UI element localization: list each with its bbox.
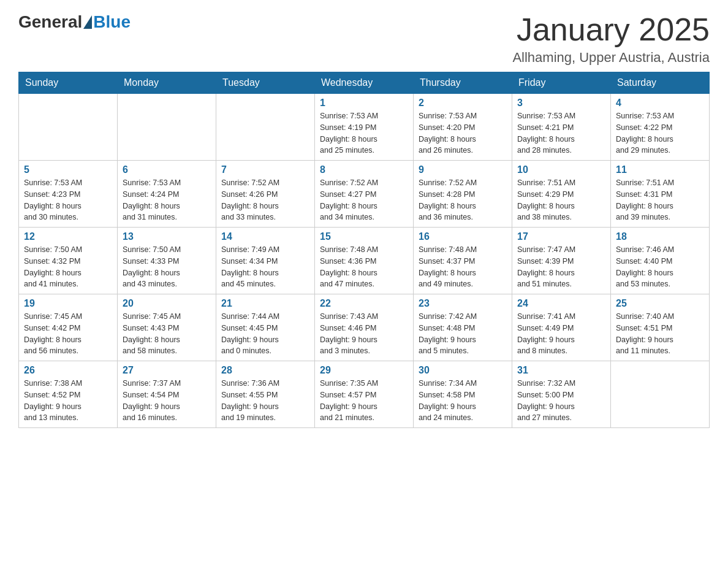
day-header-wednesday: Wednesday [315,72,414,94]
calendar-cell: 18Sunrise: 7:46 AM Sunset: 4:40 PM Dayli… [611,228,710,294]
calendar-cell: 26Sunrise: 7:38 AM Sunset: 4:52 PM Dayli… [19,361,118,428]
calendar-cell: 3Sunrise: 7:53 AM Sunset: 4:21 PM Daylig… [512,94,611,161]
location-title: Allhaming, Upper Austria, Austria [512,50,710,66]
calendar-cell: 19Sunrise: 7:45 AM Sunset: 4:42 PM Dayli… [19,294,118,361]
week-row-2: 5Sunrise: 7:53 AM Sunset: 4:23 PM Daylig… [19,161,710,228]
day-info: Sunrise: 7:46 AM Sunset: 4:40 PM Dayligh… [616,244,704,290]
day-number: 14 [221,231,309,242]
day-info: Sunrise: 7:52 AM Sunset: 4:26 PM Dayligh… [221,177,309,223]
day-info: Sunrise: 7:52 AM Sunset: 4:27 PM Dayligh… [320,177,408,223]
day-header-thursday: Thursday [414,72,512,94]
day-number: 31 [517,365,605,376]
calendar-cell: 5Sunrise: 7:53 AM Sunset: 4:23 PM Daylig… [19,161,118,228]
day-info: Sunrise: 7:53 AM Sunset: 4:21 PM Dayligh… [517,110,605,156]
day-info: Sunrise: 7:38 AM Sunset: 4:52 PM Dayligh… [24,378,112,424]
day-number: 7 [221,164,309,175]
day-info: Sunrise: 7:43 AM Sunset: 4:46 PM Dayligh… [320,311,408,357]
day-info: Sunrise: 7:48 AM Sunset: 4:37 PM Dayligh… [419,244,507,290]
day-info: Sunrise: 7:41 AM Sunset: 4:49 PM Dayligh… [517,311,605,357]
calendar-cell [118,94,216,161]
logo-text: General Blue [18,12,131,32]
logo-triangle-icon [83,15,92,29]
calendar-cell: 25Sunrise: 7:40 AM Sunset: 4:51 PM Dayli… [611,294,710,361]
day-info: Sunrise: 7:44 AM Sunset: 4:45 PM Dayligh… [221,311,309,357]
calendar-cell: 20Sunrise: 7:45 AM Sunset: 4:43 PM Dayli… [118,294,216,361]
calendar-header: SundayMondayTuesdayWednesdayThursdayFrid… [19,72,710,94]
day-number: 26 [24,365,112,376]
calendar-cell [611,361,710,428]
day-info: Sunrise: 7:51 AM Sunset: 4:31 PM Dayligh… [616,177,704,223]
day-info: Sunrise: 7:49 AM Sunset: 4:34 PM Dayligh… [221,244,309,290]
day-header-saturday: Saturday [611,72,710,94]
day-number: 4 [616,98,704,109]
day-info: Sunrise: 7:53 AM Sunset: 4:20 PM Dayligh… [419,110,507,156]
day-info: Sunrise: 7:45 AM Sunset: 4:43 PM Dayligh… [123,311,211,357]
day-number: 19 [24,298,112,309]
day-number: 23 [419,298,507,309]
day-info: Sunrise: 7:53 AM Sunset: 4:23 PM Dayligh… [24,177,112,223]
logo-blue: Blue [93,12,131,32]
week-row-3: 12Sunrise: 7:50 AM Sunset: 4:32 PM Dayli… [19,228,710,294]
calendar-cell: 13Sunrise: 7:50 AM Sunset: 4:33 PM Dayli… [118,228,216,294]
logo-general: General [18,12,82,32]
day-number: 28 [221,365,309,376]
day-number: 2 [419,98,507,109]
day-info: Sunrise: 7:51 AM Sunset: 4:29 PM Dayligh… [517,177,605,223]
day-number: 11 [616,164,704,175]
day-number: 5 [24,164,112,175]
day-number: 6 [123,164,211,175]
calendar-body: 1Sunrise: 7:53 AM Sunset: 4:19 PM Daylig… [19,94,710,428]
calendar-cell: 31Sunrise: 7:32 AM Sunset: 5:00 PM Dayli… [512,361,611,428]
calendar-cell: 21Sunrise: 7:44 AM Sunset: 4:45 PM Dayli… [216,294,315,361]
logo: General Blue [18,12,131,32]
calendar-cell: 7Sunrise: 7:52 AM Sunset: 4:26 PM Daylig… [216,161,315,228]
calendar-cell [216,94,315,161]
day-number: 21 [221,298,309,309]
day-info: Sunrise: 7:32 AM Sunset: 5:00 PM Dayligh… [517,378,605,424]
day-info: Sunrise: 7:37 AM Sunset: 4:54 PM Dayligh… [123,378,211,424]
day-header-tuesday: Tuesday [216,72,315,94]
calendar-cell: 2Sunrise: 7:53 AM Sunset: 4:20 PM Daylig… [414,94,512,161]
day-number: 22 [320,298,408,309]
day-info: Sunrise: 7:48 AM Sunset: 4:36 PM Dayligh… [320,244,408,290]
calendar-cell: 15Sunrise: 7:48 AM Sunset: 4:36 PM Dayli… [315,228,414,294]
day-info: Sunrise: 7:35 AM Sunset: 4:57 PM Dayligh… [320,378,408,424]
day-number: 20 [123,298,211,309]
day-header-sunday: Sunday [19,72,118,94]
week-row-5: 26Sunrise: 7:38 AM Sunset: 4:52 PM Dayli… [19,361,710,428]
day-info: Sunrise: 7:36 AM Sunset: 4:55 PM Dayligh… [221,378,309,424]
calendar-cell: 6Sunrise: 7:53 AM Sunset: 4:24 PM Daylig… [118,161,216,228]
day-info: Sunrise: 7:53 AM Sunset: 4:19 PM Dayligh… [320,110,408,156]
calendar-cell: 22Sunrise: 7:43 AM Sunset: 4:46 PM Dayli… [315,294,414,361]
day-number: 25 [616,298,704,309]
day-info: Sunrise: 7:50 AM Sunset: 4:33 PM Dayligh… [123,244,211,290]
day-number: 15 [320,231,408,242]
day-info: Sunrise: 7:42 AM Sunset: 4:48 PM Dayligh… [419,311,507,357]
day-info: Sunrise: 7:52 AM Sunset: 4:28 PM Dayligh… [419,177,507,223]
calendar-cell: 16Sunrise: 7:48 AM Sunset: 4:37 PM Dayli… [414,228,512,294]
calendar-cell: 24Sunrise: 7:41 AM Sunset: 4:49 PM Dayli… [512,294,611,361]
day-number: 24 [517,298,605,309]
week-row-4: 19Sunrise: 7:45 AM Sunset: 4:42 PM Dayli… [19,294,710,361]
day-info: Sunrise: 7:45 AM Sunset: 4:42 PM Dayligh… [24,311,112,357]
day-number: 3 [517,98,605,109]
calendar-cell: 1Sunrise: 7:53 AM Sunset: 4:19 PM Daylig… [315,94,414,161]
day-number: 9 [419,164,507,175]
day-number: 13 [123,231,211,242]
day-number: 29 [320,365,408,376]
calendar-cell: 10Sunrise: 7:51 AM Sunset: 4:29 PM Dayli… [512,161,611,228]
day-number: 17 [517,231,605,242]
calendar-cell: 27Sunrise: 7:37 AM Sunset: 4:54 PM Dayli… [118,361,216,428]
day-info: Sunrise: 7:53 AM Sunset: 4:24 PM Dayligh… [123,177,211,223]
day-number: 10 [517,164,605,175]
calendar-cell: 12Sunrise: 7:50 AM Sunset: 4:32 PM Dayli… [19,228,118,294]
day-info: Sunrise: 7:40 AM Sunset: 4:51 PM Dayligh… [616,311,704,357]
day-info: Sunrise: 7:34 AM Sunset: 4:58 PM Dayligh… [419,378,507,424]
day-number: 8 [320,164,408,175]
day-info: Sunrise: 7:53 AM Sunset: 4:22 PM Dayligh… [616,110,704,156]
calendar-cell: 23Sunrise: 7:42 AM Sunset: 4:48 PM Dayli… [414,294,512,361]
week-row-1: 1Sunrise: 7:53 AM Sunset: 4:19 PM Daylig… [19,94,710,161]
calendar-cell: 9Sunrise: 7:52 AM Sunset: 4:28 PM Daylig… [414,161,512,228]
calendar-cell: 8Sunrise: 7:52 AM Sunset: 4:27 PM Daylig… [315,161,414,228]
day-number: 18 [616,231,704,242]
